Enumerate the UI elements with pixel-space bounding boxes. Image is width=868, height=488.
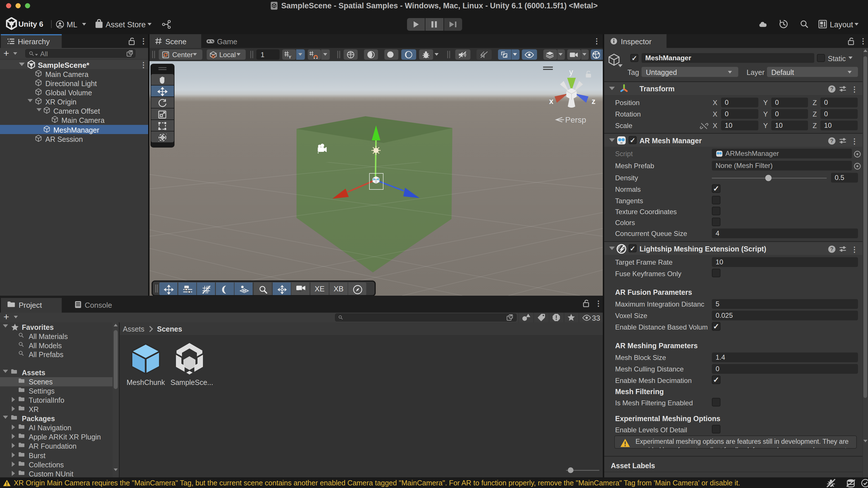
svg-text:x: x [549,97,553,105]
svg-text:?: ? [830,138,833,144]
svg-text:y: y [569,68,573,77]
svg-text:z: z [592,97,596,105]
svg-text:?: ? [830,246,833,252]
svg-text:Y: Y [288,55,291,59]
svg-text:Persp: Persp [565,115,586,124]
svg-text:?: ? [830,86,833,92]
